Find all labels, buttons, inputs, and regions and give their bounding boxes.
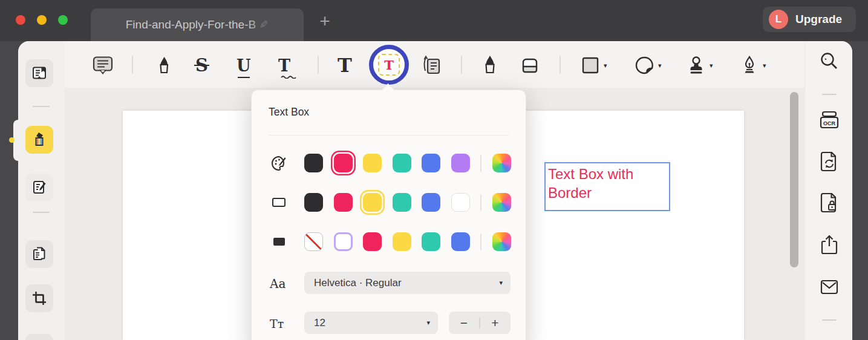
add-text-tool[interactable]: T [338, 54, 352, 76]
tab-title-fade [246, 17, 279, 34]
comment-tool[interactable] [93, 54, 113, 76]
share-icon [819, 234, 840, 256]
color-swatch[interactable] [393, 193, 411, 212]
lock-document-icon [819, 192, 840, 214]
shapes-tool[interactable]: ▾ [581, 54, 607, 76]
signature-pen-icon [740, 56, 759, 75]
swatch-divider [480, 155, 481, 172]
highlighter-icon [30, 131, 48, 149]
mail-icon [819, 278, 840, 296]
book-icon [31, 65, 48, 82]
selected-tool-bump [13, 120, 23, 161]
signature-tool[interactable]: ▾ [740, 54, 766, 76]
color-swatch[interactable] [334, 193, 353, 212]
strike-line [194, 65, 209, 66]
font-color-icon [269, 154, 289, 172]
sidebar-item-crop[interactable] [25, 284, 53, 312]
font-size-select[interactable]: 12 ▾ [304, 312, 438, 334]
toolbar-divider [560, 56, 561, 74]
sticker-icon [635, 56, 654, 75]
panel-divider [269, 135, 509, 136]
border-color-swatch-row [304, 193, 511, 212]
color-swatch[interactable] [422, 193, 440, 212]
new-tab-button[interactable]: + [313, 10, 336, 33]
sidebar-item-protect[interactable] [818, 191, 841, 214]
highlight-tool[interactable] [153, 54, 175, 76]
underline-tool[interactable]: U [237, 54, 251, 76]
vertical-scrollbar[interactable] [790, 92, 798, 267]
sidebar-item-convert[interactable] [818, 150, 841, 173]
pages-icon [31, 246, 48, 263]
textbox-annotation[interactable]: Text Box with Border [544, 162, 670, 211]
color-swatch[interactable] [363, 154, 382, 172]
color-swatch[interactable] [363, 193, 382, 212]
chevron-down-icon[interactable]: ▾ [763, 62, 766, 70]
sidebar-item-share[interactable] [818, 234, 841, 257]
sidebar-item-mail[interactable] [818, 276, 841, 299]
document-tab[interactable]: Find-and-Apply-For-the-B ✎ [91, 8, 304, 41]
font-family-select[interactable]: Helvetica · Regular ▾ [304, 272, 511, 294]
sidebar-item-pages[interactable] [25, 240, 53, 268]
rectangle-shape-icon [581, 56, 599, 74]
sidebar-item-reading-view[interactable] [25, 59, 53, 87]
sidebar-divider [33, 212, 50, 213]
chevron-down-icon[interactable]: ▾ [658, 62, 662, 70]
zoom-window-button[interactable] [58, 15, 68, 25]
fill-color-icon [269, 232, 289, 251]
decrease-size-button[interactable]: − [449, 316, 479, 330]
text-box-tool[interactable]: T [378, 54, 400, 76]
color-swatch[interactable] [363, 232, 382, 251]
color-swatch[interactable] [334, 154, 353, 172]
upgrade-button[interactable]: L Upgrade [763, 7, 856, 32]
panel-notch [382, 83, 394, 96]
typewriter-icon [420, 55, 442, 76]
chevron-down-icon[interactable]: ▾ [604, 62, 607, 70]
color-swatch[interactable] [422, 232, 440, 251]
text-box-properties-panel: Text Box Aa Helvetica · Regular [251, 90, 526, 340]
typewriter-tool[interactable] [420, 54, 442, 76]
left-sidebar [18, 41, 65, 340]
sidebar-item-search[interactable] [818, 50, 841, 73]
crop-icon [31, 290, 48, 307]
color-swatch[interactable] [393, 232, 411, 251]
pencil-tool[interactable] [480, 54, 500, 76]
sidebar-item-ocr[interactable]: OCR [818, 109, 841, 132]
title-bar: Find-and-Apply-For-the-B ✎ + L Upgrade [0, 0, 868, 41]
squiggly-line [281, 75, 296, 79]
color-swatch[interactable] [422, 154, 440, 172]
color-swatch[interactable] [451, 232, 470, 251]
sticker-tool[interactable]: ▾ [635, 54, 662, 76]
color-swatch[interactable] [451, 154, 470, 172]
custom-color-swatch[interactable] [492, 154, 511, 172]
toolbar-divider [461, 56, 462, 74]
color-swatch[interactable] [304, 193, 323, 212]
sidebar-item-highlighter[interactable] [25, 126, 53, 154]
strikethrough-tool[interactable]: S [195, 54, 208, 76]
color-swatch[interactable] [393, 154, 411, 172]
font-family-value: Helvetica · Regular [304, 277, 402, 289]
custom-color-swatch[interactable] [492, 232, 511, 251]
squiggly-underline-tool[interactable]: T [278, 54, 290, 76]
account-avatar[interactable]: L [769, 10, 788, 29]
color-swatch[interactable] [334, 232, 353, 251]
chevron-down-icon[interactable]: ▾ [710, 62, 713, 70]
squiggly-glyph: T [278, 57, 290, 74]
comment-icon [93, 56, 113, 75]
border-rect-icon [272, 198, 286, 207]
increase-size-button[interactable]: + [480, 316, 511, 330]
close-window-button[interactable] [16, 15, 25, 25]
font-size-label: Tᴛ [270, 317, 284, 330]
sidebar-item-more[interactable] [25, 334, 53, 340]
selected-tool-indicator-dot [9, 137, 15, 143]
upgrade-label: Upgrade [795, 13, 842, 26]
color-swatch[interactable] [451, 193, 470, 212]
underline-line [238, 77, 250, 78]
stamp-tool[interactable]: ▾ [687, 54, 713, 76]
sidebar-item-annotate[interactable] [25, 174, 53, 201]
eraser-icon [519, 55, 541, 76]
minimize-window-button[interactable] [37, 15, 47, 25]
no-color-swatch[interactable] [304, 232, 323, 251]
eraser-tool[interactable] [519, 54, 541, 76]
color-swatch[interactable] [304, 154, 323, 172]
custom-color-swatch[interactable] [492, 193, 511, 212]
